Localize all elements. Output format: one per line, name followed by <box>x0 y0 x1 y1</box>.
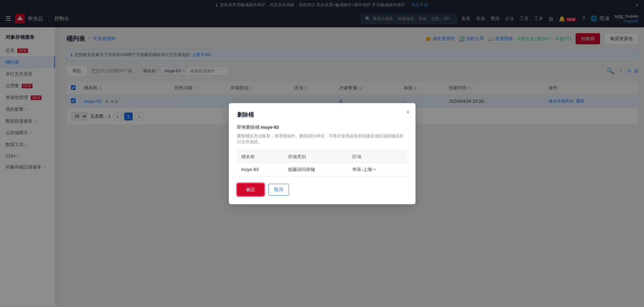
modal-table-header: 桶名称 存储类别 区域 <box>237 151 407 163</box>
modal-overlay: 删除桶 × 即将删除桶 muye-83 删除桶后无法恢复，请谨慎操作。删除30分… <box>0 0 644 307</box>
modal-title: 删除桶 <box>237 111 407 119</box>
modal-col-storage: 存储类别 <box>284 151 348 163</box>
modal-desc-prefix: 即将删除桶 <box>237 125 261 130</box>
modal-table-row: muye-83 低频访问存储 华东-上海一 <box>237 163 407 176</box>
modal-close-button[interactable]: × <box>406 109 410 116</box>
modal-desc: 即将删除桶 muye-83 <box>237 124 407 130</box>
modal-row-name: muye-83 <box>237 163 284 176</box>
modal-col-name: 桶名称 <box>237 151 284 163</box>
modal-table: 桶名称 存储类别 区域 muye-83 低频访问存储 华东-上海一 <box>237 151 407 177</box>
cancel-button[interactable]: 取消 <box>268 184 289 196</box>
modal-footer: 确定 取消 <box>237 183 407 196</box>
modal-row-storage: 低频访问存储 <box>284 163 348 176</box>
delete-bucket-modal: 删除桶 × 即将删除桶 muye-83 删除桶后无法恢复，请谨慎操作。删除30分… <box>229 103 416 204</box>
modal-warning: 删除桶后无法恢复，请谨慎操作。删除30分钟后，可再次使用该名称创建其他区域新桶或… <box>237 133 407 145</box>
modal-bucket-name: muye-83 <box>261 125 279 130</box>
modal-row-region: 华东-上海一 <box>348 163 407 176</box>
modal-col-region: 区域 <box>348 151 407 163</box>
confirm-button[interactable]: 确定 <box>237 183 264 196</box>
